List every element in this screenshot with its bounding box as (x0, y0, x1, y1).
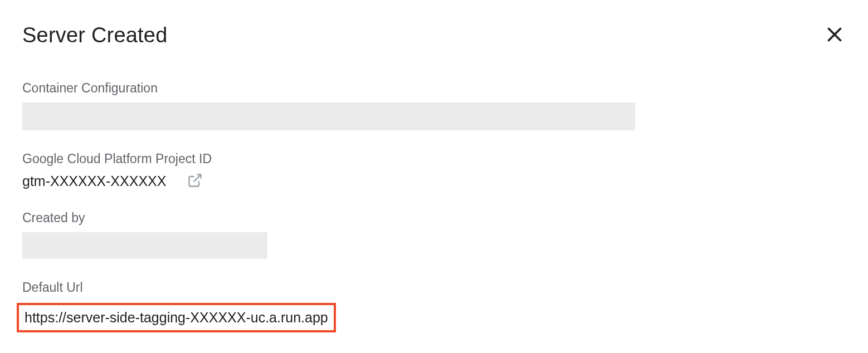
default-url-label: Default Url (22, 280, 846, 295)
project-id-field: Google Cloud Platform Project ID gtm-XXX… (22, 151, 846, 189)
dialog-title: Server Created (22, 23, 167, 47)
default-url-highlight-box: https://server-side-tagging-XXXXXX-uc.a.… (17, 303, 336, 332)
default-url-value: https://server-side-tagging-XXXXXX-uc.a.… (25, 310, 328, 325)
svg-line-2 (194, 174, 201, 182)
dialog-header: Server Created (22, 23, 846, 47)
close-icon (825, 24, 845, 47)
project-id-row: gtm-XXXXXX-XXXXXX (22, 173, 846, 189)
created-by-label: Created by (22, 210, 846, 225)
project-id-value: gtm-XXXXXX-XXXXXX (22, 173, 166, 189)
created-by-field: Created by (22, 210, 846, 259)
created-by-value-redacted (22, 232, 267, 259)
open-project-button[interactable] (187, 174, 203, 189)
default-url-field: Default Url https://server-side-tagging-… (22, 280, 846, 332)
close-button[interactable] (823, 24, 846, 47)
container-config-field: Container Configuration (22, 81, 846, 130)
container-config-value-redacted (22, 102, 635, 130)
open-external-icon (187, 173, 203, 190)
project-id-label: Google Cloud Platform Project ID (22, 151, 846, 166)
container-config-label: Container Configuration (22, 81, 846, 96)
